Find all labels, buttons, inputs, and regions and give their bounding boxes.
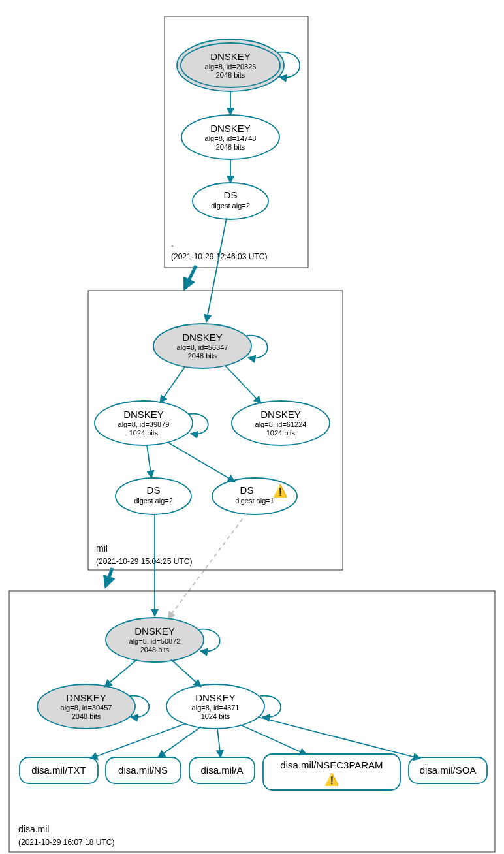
rrset-disa-txt: disa.mil/TXT [20, 757, 98, 783]
rrset-disa-ns: disa.mil/NS [106, 757, 181, 783]
edge-disa-zsk-to-soa [258, 717, 420, 759]
rrset-disa-a: disa.mil/A [189, 757, 255, 783]
node-mil-zsk-b: DNSKEY alg=8, id=61224 1024 bits [232, 401, 330, 445]
edge-disa-ksk-to-ksk2 [104, 659, 137, 687]
svg-point-9 [193, 183, 268, 219]
node-root-zsk: DNSKEY alg=8, id=14748 2048 bits [181, 115, 279, 159]
svg-text:alg=8, id=50872: alg=8, id=50872 [129, 637, 181, 645]
svg-text:alg=8, id=4371: alg=8, id=4371 [192, 704, 240, 712]
edge-mil-to-disa-zone [106, 568, 112, 586]
edge-mil-zsk-a-to-ds-b [168, 443, 235, 482]
edge-mil-zsk-a-to-ds-a [147, 445, 151, 478]
svg-text:alg=8, id=56347: alg=8, id=56347 [177, 343, 228, 351]
node-mil-ds-a: DS digest alg=2 [116, 478, 191, 514]
svg-text:DS: DS [240, 484, 254, 496]
edge-disa-zsk-to-nsec3 [240, 725, 307, 755]
edge-disa-zsk-to-txt [90, 723, 186, 759]
edge-disa-zsk-to-a [217, 729, 221, 757]
svg-text:DNSKEY: DNSKEY [182, 332, 223, 343]
svg-text:1024 bits: 1024 bits [266, 429, 296, 437]
svg-text:DNSKEY: DNSKEY [123, 409, 164, 420]
svg-text:alg=8, id=61224: alg=8, id=61224 [255, 420, 307, 428]
dnssec-chain-diagram: . (2021-10-29 12:46:03 UTC) DNSKEY alg=8… [0, 0, 504, 854]
svg-text:alg=8, id=39879: alg=8, id=39879 [118, 420, 170, 428]
node-mil-zsk-a: DNSKEY alg=8, id=39879 1024 bits [95, 401, 193, 445]
node-disa-ksk: DNSKEY alg=8, id=50872 2048 bits [106, 618, 204, 662]
warning-icon: ⚠️ [324, 772, 339, 787]
node-root-ksk: DNSKEY alg=8, id=20326 2048 bits [177, 39, 284, 91]
zone-root-name: . [171, 238, 174, 249]
svg-text:alg=8, id=20326: alg=8, id=20326 [205, 63, 257, 71]
rrset-disa-soa: disa.mil/SOA [409, 757, 487, 783]
svg-text:DS: DS [224, 189, 238, 200]
svg-text:2048 bits: 2048 bits [140, 646, 170, 654]
svg-text:disa.mil/NS: disa.mil/NS [118, 765, 168, 776]
svg-text:digest alg=2: digest alg=2 [211, 202, 250, 210]
edge-root-ds-to-mil-ksk [206, 218, 227, 322]
svg-text:alg=8, id=14748: alg=8, id=14748 [205, 134, 257, 142]
edge-disa-ksk-to-zsk [171, 659, 201, 687]
svg-text:1024 bits: 1024 bits [129, 429, 159, 437]
node-mil-ksk: DNSKEY alg=8, id=56347 2048 bits [153, 324, 251, 368]
svg-text:disa.mil/A: disa.mil/A [200, 765, 243, 776]
rrset-disa-nsec3param: disa.mil/NSEC3PARAM ⚠️ [263, 754, 400, 790]
edge-root-to-mil-zone [185, 266, 196, 289]
svg-text:2048 bits: 2048 bits [188, 352, 217, 360]
zone-disa-name: disa.mil [18, 824, 49, 834]
node-disa-ksk2: DNSKEY alg=8, id=30457 2048 bits [37, 684, 135, 729]
edge-mil-ds-b-to-disa-ksk-dashed [168, 513, 247, 619]
edge-mil-ksk-to-zsk-b [225, 366, 261, 403]
svg-text:DNSKEY: DNSKEY [66, 692, 106, 703]
zone-mil-name: mil [96, 543, 108, 554]
zone-mil-timestamp: (2021-10-29 15:04:25 UTC) [96, 557, 192, 566]
svg-text:digest alg=1: digest alg=1 [235, 497, 274, 505]
svg-text:digest alg=2: digest alg=2 [134, 497, 173, 505]
svg-text:disa.mil/TXT: disa.mil/TXT [31, 765, 86, 776]
svg-text:1024 bits: 1024 bits [201, 712, 230, 720]
node-disa-zsk: DNSKEY alg=8, id=4371 1024 bits [166, 684, 264, 729]
svg-text:alg=8, id=30457: alg=8, id=30457 [61, 704, 112, 712]
svg-text:disa.mil/NSEC3PARAM: disa.mil/NSEC3PARAM [280, 759, 383, 770]
warning-icon: ⚠️ [273, 484, 288, 498]
svg-text:DNSKEY: DNSKEY [210, 123, 251, 134]
edge-mil-ksk-to-zsk-a [160, 367, 185, 403]
svg-text:DNSKEY: DNSKEY [195, 692, 236, 703]
svg-text:DS: DS [147, 484, 161, 496]
zone-disa-timestamp: (2021-10-29 16:07:18 UTC) [18, 838, 114, 847]
node-root-ds: DS digest alg=2 [193, 183, 268, 219]
svg-point-24 [116, 478, 191, 514]
svg-text:DNSKEY: DNSKEY [260, 409, 301, 420]
svg-text:2048 bits: 2048 bits [216, 71, 245, 79]
svg-text:2048 bits: 2048 bits [216, 143, 245, 151]
svg-text:disa.mil/SOA: disa.mil/SOA [420, 765, 477, 776]
svg-text:2048 bits: 2048 bits [72, 712, 101, 720]
node-mil-ds-b: DS digest alg=1 ⚠️ [212, 478, 297, 514]
svg-text:DNSKEY: DNSKEY [210, 51, 251, 62]
svg-text:DNSKEY: DNSKEY [134, 625, 175, 637]
